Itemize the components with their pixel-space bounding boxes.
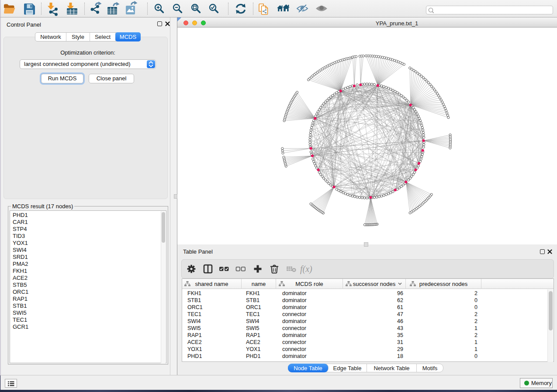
- svg-text:f(x): f(x): [300, 264, 312, 274]
